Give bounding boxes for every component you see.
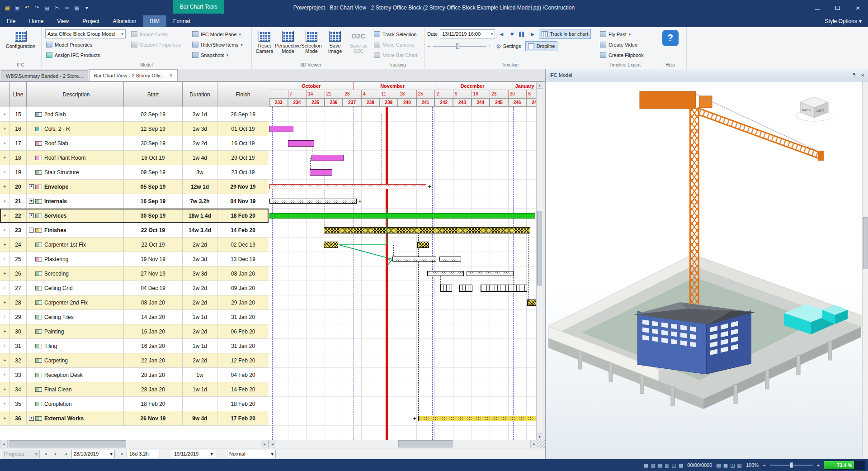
table-row-line-20[interactable]: +20+Envelope05 Sep 1912w 1d29 Nov 19 — [0, 180, 269, 194]
table-row-line-34[interactable]: +34Final Clean28 Jan 201w 1d14 Feb 20 — [0, 382, 269, 397]
row-expand-icon[interactable]: + — [0, 194, 10, 208]
summary-expander-icon[interactable]: + — [29, 416, 34, 421]
document-tab[interactable]: Bar Chart View - 2 Storey Offic...× — [89, 69, 178, 81]
table-row-line-18[interactable]: +18Roof Plant Room16 Oct 191w 4d29 Oct 1… — [0, 151, 269, 165]
ribbon-tab-file[interactable]: File — [0, 15, 22, 27]
table-row-line-32[interactable]: +32Carpeting22 Jan 202w 2d12 Feb 20 — [0, 353, 269, 368]
print-icon[interactable]: ▤ — [42, 3, 52, 13]
status-icon-b0[interactable]: ▤ — [716, 462, 721, 468]
status-icon-a4[interactable]: ◫ — [671, 462, 676, 468]
table-scroll-thumb[interactable] — [9, 440, 126, 447]
model-properties-button[interactable]: Model Properties — [45, 40, 126, 49]
row-expand-icon[interactable]: + — [0, 353, 10, 367]
import-costs-button[interactable]: Import Costs — [130, 30, 187, 38]
close-tab-icon[interactable]: × — [170, 72, 173, 79]
snapshots-button[interactable]: Snapshots ▾ — [191, 51, 244, 59]
row-expand-icon[interactable]: + — [0, 339, 10, 353]
track-selection-button[interactable]: Track Selection — [373, 30, 418, 38]
dropline-button[interactable]: Dropline — [525, 41, 557, 51]
context-tab-group[interactable]: Bar Chart Tools — [173, 0, 224, 14]
pin-icon[interactable] — [852, 73, 856, 77]
header-start[interactable]: Start — [124, 82, 183, 107]
status-icon-a1[interactable]: ▧ — [651, 462, 655, 468]
scroll-up-button[interactable]: ▴ — [537, 82, 542, 89]
table-row-line-19[interactable]: +19Stair Structure09 Sep 193w23 Oct 19 — [0, 165, 269, 180]
stop-button[interactable]: ■ — [508, 30, 516, 38]
status-icon-b3[interactable]: ▥ — [737, 462, 742, 468]
scroll-right-button[interactable]: ▸ — [261, 440, 269, 448]
header-duration[interactable]: Duration — [183, 82, 217, 107]
row-expand-icon[interactable]: + — [0, 411, 10, 425]
summary-expander-icon[interactable]: + — [29, 199, 34, 204]
create-flipbook-button[interactable]: Create Flipbook — [599, 51, 645, 59]
row-expand-icon[interactable]: + — [0, 165, 10, 179]
save-image-button[interactable]: Save Image — [323, 29, 347, 54]
table-row-line-36[interactable]: +36+External Works26 Nov 199w 4d17 Feb 2… — [0, 411, 269, 426]
ribbon-tab-format[interactable]: Format — [166, 15, 197, 27]
scroll-right-button[interactable]: ▸ — [530, 440, 538, 448]
header-line[interactable]: Line — [10, 82, 27, 107]
timeline-slider-minus[interactable]: − — [427, 43, 430, 49]
save-as-o2c-button[interactable]: O2C Save as O2C — [347, 29, 370, 54]
extend-to-icon[interactable]: ⇥ — [117, 450, 125, 458]
ifc-pane-header[interactable]: IFC Model × — [546, 69, 868, 81]
row-expand-icon[interactable]: + — [0, 382, 10, 396]
reset-camera-button[interactable]: Reset Camera — [253, 29, 276, 54]
scroll-down-button[interactable]: ▾ — [537, 433, 542, 440]
model-selector-dropdown[interactable]: Asta Office Block Group Model ▾ — [45, 29, 126, 38]
gantt-timeline-header[interactable]: OctoberNovemberDecemberJanuary 714212841… — [269, 82, 536, 107]
row-expand-icon[interactable]: + — [0, 238, 10, 252]
pause-button[interactable]: ▌▌ — [518, 30, 526, 38]
assign-ifc-products-button[interactable]: Assign IFC Products — [45, 51, 126, 59]
report-date-to-picker[interactable]: 19/11/2019 ▾ — [172, 450, 215, 458]
table-row-line-28[interactable]: +28Carpenter 2nd Fix08 Jan 202w 2d29 Jan… — [0, 295, 269, 310]
move-bar-chart-button[interactable]: Move Bar Chart — [373, 51, 418, 59]
table-row-line-25[interactable]: +25Plastering19 Nov 193w 3d13 Dec 19 — [0, 252, 269, 266]
table-row-line-31[interactable]: +31Tiling16 Jan 201w 1d31 Jan 20 — [0, 339, 269, 353]
row-expand-icon[interactable]: + — [0, 310, 10, 324]
ribbon-tab-allocation[interactable]: Allocation — [106, 15, 143, 27]
minimize-button[interactable] — [807, 0, 827, 15]
jump-first-button[interactable]: ◂ — [42, 450, 50, 458]
status-icon-a2[interactable]: ▤ — [658, 462, 662, 468]
undo-icon[interactable]: ↶ — [23, 3, 32, 13]
ribbon-tab-project[interactable]: Project — [75, 15, 106, 27]
table-row-line-17[interactable]: +17Roof Slab30 Sep 192w 2d16 Oct 19 — [0, 136, 269, 151]
timeline-slider-plus[interactable]: + — [488, 43, 491, 49]
table-row-line-15[interactable]: +152nd Slab02 Sep 193w 1d26 Sep 19 — [0, 107, 269, 122]
scroll-left-button[interactable]: ◂ — [269, 440, 276, 448]
perspective-mode-button[interactable]: Perspective Mode — [276, 29, 300, 54]
row-expand-icon[interactable]: + — [0, 397, 10, 411]
save-icon[interactable]: ▣ — [13, 3, 22, 13]
pane-split-grip[interactable] — [538, 440, 545, 448]
table-row-line-22[interactable]: +22+Services30 Sep 1918w 1.4d18 Feb 20 — [0, 209, 269, 223]
ribbon-tab-home[interactable]: Home — [22, 15, 50, 27]
equals-icon[interactable]: ≡ — [162, 450, 170, 458]
header-description[interactable]: Description — [27, 82, 124, 107]
table-row-line-21[interactable]: +21+Internals16 Sep 197w 3.2h04 Nov 19 — [0, 194, 269, 209]
row-expand-icon[interactable]: + — [0, 295, 10, 309]
row-expand-icon[interactable]: + — [0, 252, 10, 266]
document-tab[interactable]: WBS\Summary Banded - 2 Store... — [1, 70, 88, 81]
summary-expander-icon[interactable]: − — [29, 228, 34, 233]
close-pane-icon[interactable]: × — [861, 72, 864, 79]
zoom-in-button[interactable]: + — [817, 462, 820, 468]
custom-properties-button[interactable]: Custom Properties — [130, 40, 187, 49]
report-date-from-picker[interactable]: 28/10/2019 ▾ — [71, 450, 115, 458]
status-icon-a3[interactable]: ▥ — [665, 462, 669, 468]
table-row-line-35[interactable]: +35Completion18 Feb 2018 Feb 20 — [0, 397, 269, 411]
progress-mode-dropdown[interactable]: Progress ▾ — [2, 450, 40, 458]
table-row-line-27[interactable]: +27Ceiling Grid04 Dec 192w 2d09 Jan 20 — [0, 281, 269, 295]
go-to-date-button[interactable]: ➔ — [61, 450, 70, 458]
ifc-model-pane-button[interactable]: IFC Model Pane ▾ — [191, 30, 244, 38]
maximize-button[interactable] — [827, 0, 848, 15]
fly-past-button[interactable]: Fly Past ▾ — [599, 30, 645, 38]
status-icon-b1[interactable]: ▦ — [723, 462, 728, 468]
table-row-line-16[interactable]: +16Cols. 2 - R12 Sep 191w 3d01 Oct 19 — [0, 122, 269, 136]
gantt-vertical-scrollbar[interactable]: ▴ ▾ — [536, 82, 542, 440]
ifc-3d-viewport[interactable]: BACK LEFT — [546, 81, 868, 459]
summary-expander-icon[interactable]: + — [29, 184, 34, 189]
row-expand-icon[interactable]: + — [0, 107, 10, 121]
row-expand-icon[interactable]: + — [0, 281, 10, 295]
row-expand-icon[interactable]: + — [0, 151, 10, 165]
